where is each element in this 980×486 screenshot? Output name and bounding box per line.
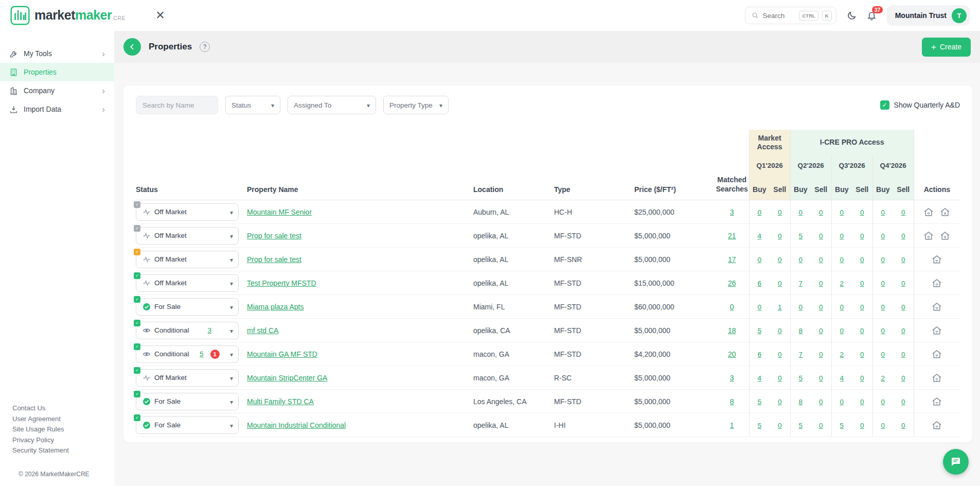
home-wifi-icon[interactable] — [923, 231, 934, 241]
property-name-link[interactable]: Mountain StripCenter GA — [247, 374, 327, 382]
q2-buy-link[interactable]: 8 — [799, 398, 803, 406]
property-name-link[interactable]: Prop for sale test — [247, 255, 301, 264]
matched-searches-link[interactable]: 8 — [730, 397, 734, 406]
matched-searches-link[interactable]: 17 — [728, 255, 736, 264]
q4-sell-link[interactable]: 0 — [901, 351, 905, 358]
footer-link-security-statement[interactable]: Security Statement — [12, 445, 102, 456]
q1-buy-link[interactable]: 5 — [758, 398, 762, 406]
matched-searches-link[interactable]: 26 — [728, 279, 736, 287]
q3-sell-link[interactable]: 0 — [860, 280, 864, 287]
q4-buy-link[interactable]: 0 — [881, 351, 885, 358]
q3-sell-link[interactable]: 0 — [860, 327, 864, 335]
q1-buy-link[interactable]: 4 — [758, 374, 762, 382]
q1-sell-link[interactable]: 0 — [778, 351, 782, 358]
q1-sell-link[interactable]: 0 — [778, 209, 782, 216]
q3-sell-link[interactable]: 0 — [860, 374, 864, 382]
q3-buy-link[interactable]: 0 — [840, 398, 844, 406]
q1-sell-link[interactable]: 1 — [778, 303, 782, 311]
matched-searches-link[interactable]: 20 — [728, 350, 736, 358]
q3-buy-link[interactable]: 0 — [840, 327, 844, 335]
q4-sell-link[interactable]: 0 — [901, 374, 905, 382]
q2-sell-link[interactable]: 0 — [819, 256, 823, 264]
notifications-button[interactable]: 37 — [867, 11, 877, 21]
q1-buy-link[interactable]: 5 — [758, 327, 762, 335]
create-button[interactable]: + Create — [922, 38, 971, 57]
property-type-filter-dropdown[interactable]: Property Type — [383, 96, 449, 114]
q2-buy-link[interactable]: 8 — [799, 327, 803, 335]
conditional-count-link[interactable]: 3 — [208, 326, 212, 334]
q2-buy-link[interactable]: 0 — [799, 256, 803, 264]
q2-sell-link[interactable]: 0 — [819, 422, 823, 429]
property-name-link[interactable]: Multi Family STD CA — [247, 397, 314, 406]
q2-buy-link[interactable]: 5 — [799, 422, 803, 429]
status-dropdown[interactable]: Conditional 3 — [136, 322, 239, 339]
footer-link-user-agreement[interactable]: User Agreement — [12, 414, 102, 425]
q3-buy-link[interactable]: 0 — [840, 303, 844, 311]
status-dropdown[interactable]: Off Market — [136, 203, 239, 221]
q3-buy-link[interactable]: 0 — [840, 232, 844, 240]
property-name-link[interactable]: mf std CA — [247, 326, 278, 335]
home-wifi-icon[interactable] — [932, 349, 942, 359]
assigned-to-filter-dropdown[interactable]: Assigned To — [288, 96, 376, 114]
matched-searches-link[interactable]: 3 — [730, 374, 734, 382]
q1-sell-link[interactable]: 0 — [778, 327, 782, 335]
q3-sell-link[interactable]: 0 — [860, 351, 864, 358]
search-input[interactable] — [762, 12, 795, 20]
q1-sell-link[interactable]: 0 — [778, 280, 782, 287]
help-icon[interactable]: ? — [200, 42, 210, 52]
q4-buy-link[interactable]: 0 — [881, 303, 885, 311]
q4-sell-link[interactable]: 0 — [901, 327, 905, 335]
q4-sell-link[interactable]: 0 — [901, 232, 905, 240]
property-name-link[interactable]: Test Property MFSTD — [247, 279, 316, 287]
matched-searches-link[interactable]: 3 — [730, 208, 734, 216]
q1-buy-link[interactable]: 5 — [758, 422, 762, 429]
q4-buy-link[interactable]: 0 — [881, 327, 885, 335]
status-dropdown[interactable]: Off Market — [136, 227, 239, 245]
q1-sell-link[interactable]: 0 — [778, 374, 782, 382]
q1-sell-link[interactable]: 0 — [778, 232, 782, 240]
q1-buy-link[interactable]: 6 — [758, 351, 762, 358]
q1-buy-link[interactable]: 0 — [758, 209, 762, 216]
home-signal-icon[interactable] — [940, 207, 950, 217]
sidebar-item-my-tools[interactable]: My Tools › — [0, 44, 114, 63]
home-wifi-icon[interactable] — [932, 373, 942, 383]
matched-searches-link[interactable]: 0 — [730, 303, 734, 311]
q3-buy-link[interactable]: 0 — [840, 256, 844, 264]
sidebar-item-properties[interactable]: Properties — [0, 63, 114, 81]
q4-sell-link[interactable]: 0 — [901, 422, 905, 429]
q3-sell-link[interactable]: 0 — [860, 398, 864, 406]
matched-searches-link[interactable]: 18 — [728, 326, 736, 335]
footer-link-contact-us[interactable]: Contact Us — [12, 403, 102, 414]
show-quarterly-checkbox[interactable] — [880, 100, 889, 110]
matched-searches-link[interactable]: 21 — [728, 232, 736, 240]
footer-link-privacy-policy[interactable]: Privacy Policy — [12, 435, 102, 446]
status-dropdown[interactable]: Off Market — [136, 369, 239, 387]
q4-buy-link[interactable]: 0 — [881, 232, 885, 240]
q3-buy-link[interactable]: 4 — [840, 374, 844, 382]
q2-buy-link[interactable]: 7 — [799, 351, 803, 358]
q2-buy-link[interactable]: 0 — [799, 209, 803, 216]
q1-buy-link[interactable]: 0 — [758, 256, 762, 264]
q1-sell-link[interactable]: 0 — [778, 398, 782, 406]
q3-sell-link[interactable]: 0 — [860, 303, 864, 311]
q4-buy-link[interactable]: 0 — [881, 422, 885, 429]
q1-sell-link[interactable]: 0 — [778, 422, 782, 429]
home-wifi-icon[interactable] — [932, 254, 942, 265]
property-name-link[interactable]: Miama plaza Apts — [247, 303, 304, 311]
q4-sell-link[interactable]: 0 — [901, 280, 905, 287]
q1-buy-link[interactable]: 6 — [758, 280, 762, 287]
status-dropdown[interactable]: Off Market — [136, 251, 239, 268]
home-wifi-icon[interactable] — [932, 396, 942, 407]
status-dropdown[interactable]: Conditional 5 1 — [136, 345, 239, 363]
q3-buy-link[interactable]: 2 — [840, 351, 844, 358]
q2-sell-link[interactable]: 0 — [819, 398, 823, 406]
q4-buy-link[interactable]: 0 — [881, 280, 885, 287]
q3-buy-link[interactable]: 0 — [840, 209, 844, 216]
matched-searches-link[interactable]: 1 — [730, 421, 734, 429]
home-wifi-icon[interactable] — [932, 278, 942, 288]
status-filter-dropdown[interactable]: Status — [225, 96, 280, 114]
sidebar-item-company[interactable]: Company › — [0, 81, 114, 100]
q2-buy-link[interactable]: 7 — [799, 280, 803, 287]
q2-buy-link[interactable]: 0 — [799, 303, 803, 311]
q2-buy-link[interactable]: 5 — [799, 232, 803, 240]
